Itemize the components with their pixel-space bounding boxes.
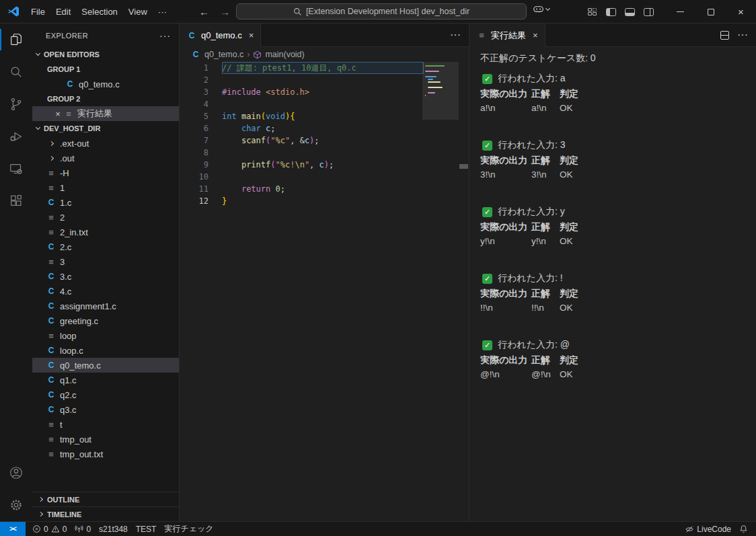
run-check-status[interactable]: 実行チェック bbox=[160, 522, 217, 536]
line-number[interactable]: 12 bbox=[180, 195, 209, 207]
test-status[interactable]: TEST bbox=[132, 522, 161, 536]
menu-edit[interactable]: Edit bbox=[50, 5, 76, 19]
editor-more-icon[interactable]: ··· bbox=[450, 29, 461, 41]
tab-close-icon[interactable]: × bbox=[249, 30, 254, 40]
toggle-panel-icon[interactable] bbox=[625, 8, 635, 16]
tree-item-tmp_out.txt[interactable]: ≡tmp_out.txt bbox=[32, 447, 179, 461]
minimap[interactable] bbox=[422, 62, 459, 196]
tree-item-loop.c[interactable]: Cloop.c bbox=[32, 343, 179, 358]
tree-item-3[interactable]: ≡3 bbox=[32, 254, 179, 269]
code-line-12[interactable]: 12} bbox=[180, 195, 469, 207]
open-editor-item-q0_temo.c[interactable]: Cq0_temo.c bbox=[32, 77, 179, 91]
line-number[interactable]: 6 bbox=[180, 122, 209, 135]
run-debug-icon[interactable] bbox=[0, 120, 32, 153]
settings-gear-icon[interactable] bbox=[0, 489, 32, 521]
tree-item-tmp_out[interactable]: ≡tmp_out bbox=[32, 432, 179, 447]
tree-item-q3.c[interactable]: Cq3.c bbox=[32, 402, 179, 417]
toggle-sidebar-left-icon[interactable] bbox=[606, 8, 616, 16]
user-id-status[interactable]: s21t348 bbox=[95, 522, 132, 536]
line-number[interactable]: 5 bbox=[180, 110, 209, 122]
chevron-right-icon bbox=[38, 497, 43, 502]
livecode-status[interactable]: LiveCode bbox=[681, 522, 735, 536]
minimize-button[interactable] bbox=[665, 0, 695, 24]
tree-item-q2.c[interactable]: Cq2.c bbox=[32, 387, 179, 402]
breadcrumb-symbol[interactable]: main(void) bbox=[265, 50, 304, 59]
tree-item-loop[interactable]: ≡loop bbox=[32, 328, 179, 343]
close-window-button[interactable]: × bbox=[726, 0, 756, 24]
line-number[interactable]: 11 bbox=[180, 183, 209, 195]
forward-icon[interactable]: → bbox=[220, 6, 230, 17]
explorer-icon[interactable] bbox=[0, 24, 32, 56]
tree-item--H[interactable]: ≡-H bbox=[32, 165, 179, 180]
customize-layout-icon[interactable] bbox=[588, 8, 597, 16]
breadcrumb-file[interactable]: q0_temo.c bbox=[204, 50, 243, 59]
tree-item-4.c[interactable]: C4.c bbox=[32, 284, 179, 299]
line-number[interactable]: 3 bbox=[180, 86, 209, 98]
remote-indicator[interactable]: >< bbox=[0, 522, 26, 536]
search-view-icon[interactable] bbox=[0, 56, 32, 88]
checkbox-checked-icon[interactable]: ✓ bbox=[482, 274, 492, 284]
test-case-value-row: y!\ny!\nOK bbox=[480, 234, 745, 249]
checkbox-checked-icon[interactable]: ✓ bbox=[482, 207, 492, 217]
tree-item-label: -H bbox=[60, 168, 69, 178]
tree-item-1.c[interactable]: C1.c bbox=[32, 195, 179, 210]
maximize-button[interactable] bbox=[695, 0, 726, 24]
line-number[interactable]: 10 bbox=[180, 171, 209, 183]
sidebar-more-icon[interactable]: ··· bbox=[159, 30, 171, 41]
tree-item-2_in.txt[interactable]: ≡2_in.txt bbox=[32, 225, 179, 239]
tab-q0-temo-c[interactable]: C q0_temo.c × bbox=[180, 24, 261, 47]
menu-view[interactable]: View bbox=[123, 5, 153, 19]
back-icon[interactable]: ← bbox=[199, 6, 209, 17]
tree-item-2[interactable]: ≡2 bbox=[32, 210, 179, 225]
tree-root-section[interactable]: DEV_HOST_DIR bbox=[32, 121, 179, 136]
tree-item-.ext-out[interactable]: .ext-out bbox=[32, 136, 179, 151]
command-center-search[interactable]: [Extension Development Host] dev_host_di… bbox=[236, 3, 527, 20]
tree-item-label: 4.c bbox=[60, 286, 71, 297]
tree-item-1[interactable]: ≡1 bbox=[32, 180, 179, 195]
source-control-icon[interactable] bbox=[0, 88, 32, 120]
close-icon[interactable]: × bbox=[52, 109, 63, 119]
extensions-icon[interactable] bbox=[0, 185, 32, 217]
tree-item-t[interactable]: ≡t bbox=[32, 417, 179, 432]
tree-item-assignment1.c[interactable]: Cassignment1.c bbox=[32, 299, 179, 313]
tree-item-q0_temo.c[interactable]: Cq0_temo.c bbox=[32, 358, 179, 373]
tree-item-label: 3 bbox=[60, 257, 65, 267]
outline-section[interactable]: OUTLINE bbox=[32, 492, 179, 506]
tree-item-label: 2 bbox=[60, 213, 65, 223]
tree-item-greeting.c[interactable]: Cgreeting.c bbox=[32, 313, 179, 328]
line-number[interactable]: 7 bbox=[180, 135, 209, 147]
ports-status[interactable]: 0 bbox=[71, 522, 95, 536]
tree-item-2.c[interactable]: C2.c bbox=[32, 239, 179, 254]
tab-results[interactable]: ≡ 実行結果 × bbox=[469, 24, 545, 47]
line-number[interactable]: 8 bbox=[180, 147, 209, 159]
menu-file[interactable]: File bbox=[26, 5, 50, 19]
tree-item-3.c[interactable]: C3.c bbox=[32, 269, 179, 284]
toggle-sidebar-right-icon[interactable] bbox=[644, 8, 654, 16]
open-editor-label: q0_temo.c bbox=[79, 79, 120, 89]
line-number[interactable]: 4 bbox=[180, 98, 209, 110]
open-editor-item-実行結果[interactable]: ×≡実行結果 bbox=[32, 106, 179, 121]
line-number[interactable]: 2 bbox=[180, 74, 209, 86]
checkbox-checked-icon[interactable]: ✓ bbox=[482, 340, 492, 350]
problems-status[interactable]: 0 0 bbox=[28, 522, 71, 536]
checkbox-checked-icon[interactable]: ✓ bbox=[482, 141, 492, 151]
code-editor[interactable]: 1// 課題: ptest1, 10週目, q0.c23#include <st… bbox=[180, 62, 469, 521]
symbol-method-icon bbox=[253, 50, 262, 59]
menu-more[interactable]: ··· bbox=[153, 5, 172, 19]
line-number[interactable]: 9 bbox=[180, 159, 209, 171]
open-editors-section[interactable]: OPEN EDITORS bbox=[32, 47, 179, 62]
tab-close-icon[interactable]: × bbox=[533, 30, 538, 40]
menu-selection[interactable]: Selection bbox=[76, 5, 122, 19]
account-icon[interactable] bbox=[0, 457, 32, 489]
results-more-icon[interactable]: ··· bbox=[737, 29, 748, 41]
split-editor-icon[interactable] bbox=[720, 31, 729, 40]
copilot-menu[interactable] bbox=[533, 5, 550, 14]
tree-item-q1.c[interactable]: Cq1.c bbox=[32, 373, 179, 387]
remote-explorer-icon[interactable] bbox=[0, 153, 32, 185]
checkbox-checked-icon[interactable]: ✓ bbox=[482, 74, 492, 84]
scrollbar-thumb[interactable] bbox=[459, 164, 468, 169]
timeline-section[interactable]: TIMELINE bbox=[32, 506, 179, 521]
line-number[interactable]: 1 bbox=[180, 62, 209, 74]
tree-item-.out[interactable]: .out bbox=[32, 151, 179, 165]
notifications-bell[interactable] bbox=[735, 522, 756, 536]
